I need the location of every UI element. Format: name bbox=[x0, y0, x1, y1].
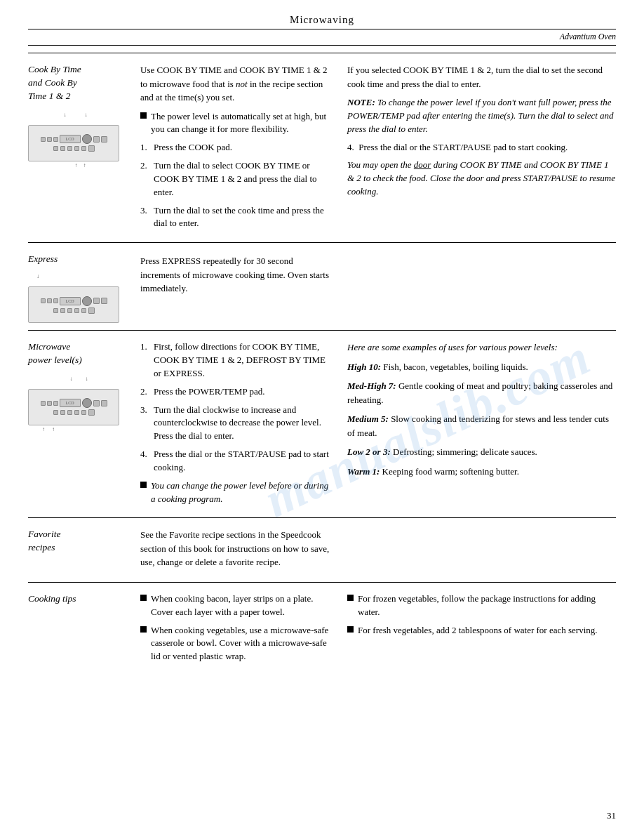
power-high: High 10: Fish, bacon, vegetables, boilin… bbox=[347, 360, 616, 374]
section-label-express: Express ↓ LCD bbox=[28, 253, 137, 323]
power-steps: 1.First, follow directions for COOK BY T… bbox=[140, 340, 331, 475]
step-text: Press the dial or the START/PAUSE pad to… bbox=[154, 448, 331, 475]
section-right-cook-by-time: If you selected COOK BY TIME 1 & 2, turn… bbox=[344, 63, 616, 235]
subtitle: Advantium Oven bbox=[28, 32, 616, 42]
cook-by-time-bullet: The power level is automatically set at … bbox=[140, 110, 331, 137]
tip-text-2: When cooking vegetables, use a microwave… bbox=[151, 624, 331, 664]
page-number: 31 bbox=[607, 810, 616, 821]
oven-diagram-1: LCD bbox=[28, 125, 119, 161]
favorite-text: See the Favorite recipe sections in the … bbox=[140, 528, 331, 569]
section-microwave-power: Microwavepower level(s) ↓ ↓ LCD bbox=[28, 330, 616, 517]
step-item: 1.First, follow directions for COOK BY T… bbox=[140, 340, 331, 380]
header-rule bbox=[28, 29, 616, 29]
step-text: Turn the dial to select COOK BY TIME or … bbox=[154, 159, 331, 199]
step-text: Turn the dial clockwise to increase and … bbox=[154, 404, 331, 444]
step-item: 1.Press the COOK pad. bbox=[140, 141, 331, 154]
bullet-icon bbox=[140, 482, 147, 488]
cook-by-time-label: Cook By Timeand Cook ByTime 1 & 2 bbox=[28, 63, 130, 103]
step-item: 2.Turn the dial to select COOK BY TIME o… bbox=[140, 159, 331, 199]
subtitle-rule bbox=[28, 45, 616, 46]
section-right-power: Here are some examples of uses for vario… bbox=[344, 340, 616, 510]
section-middle-favorite: See the Favorite recipe sections in the … bbox=[137, 528, 344, 575]
cook-by-time-note2: You may open the door during COOK BY TIM… bbox=[347, 159, 616, 199]
step-text: Press the COOK pad. bbox=[154, 141, 232, 154]
oven-diagram-power: LCD bbox=[28, 389, 119, 425]
section-label-tips: Cooking tips bbox=[28, 593, 137, 668]
bullet-icon bbox=[140, 626, 147, 633]
step-item: 2.Press the POWER/TEMP pad. bbox=[140, 385, 331, 399]
section-middle-cook-by-time: Use COOK BY TIME and COOK BY TIME 1 & 2 … bbox=[137, 63, 344, 235]
power-warm: Warm 1: Keeping food warm; softening but… bbox=[347, 465, 616, 479]
express-label: Express bbox=[28, 253, 130, 266]
tip-bullet-4: For fresh vegetables, add 2 tablespoons … bbox=[347, 624, 616, 637]
page: manualslib.com Microwaving Advantium Ove… bbox=[0, 0, 644, 834]
section-cook-by-time: Cook By Timeand Cook ByTime 1 & 2 ↓ ↓ LC… bbox=[28, 53, 616, 242]
tip-bullet-1: When cooking bacon, layer strips on a pl… bbox=[140, 593, 331, 619]
power-bullet-text: You can change the power level before or… bbox=[151, 479, 331, 506]
bullet-icon bbox=[347, 595, 354, 601]
power-medhigh: Med-High 7: Gentle cooking of meat and p… bbox=[347, 379, 616, 406]
bullet-icon bbox=[347, 626, 354, 633]
section-label-favorite: Favoriterecipes bbox=[28, 528, 137, 575]
section-middle-tips: When cooking bacon, layer strips on a pl… bbox=[137, 593, 344, 668]
cook-by-time-right-intro: If you selected COOK BY TIME 1 & 2, turn… bbox=[347, 63, 616, 91]
step-num: 2. bbox=[140, 159, 150, 199]
section-middle-express: Press EXPRESS repeatedly for 30 second i… bbox=[137, 253, 344, 323]
oven-diagram-express: LCD bbox=[28, 286, 119, 323]
section-right-express bbox=[344, 253, 616, 323]
tip-text-4: For fresh vegetables, add 2 tablespoons … bbox=[358, 624, 598, 637]
cook-by-time-step4: 4. Press the dial or the START/PAUSE pad… bbox=[347, 141, 616, 154]
page-title: Microwaving bbox=[28, 14, 616, 26]
step-text: First, follow directions for COOK BY TIM… bbox=[154, 340, 331, 380]
step-num: 3. bbox=[140, 404, 150, 444]
power-right-intro: Here are some examples of uses for vario… bbox=[347, 340, 616, 355]
section-label-cook-by-time: Cook By Timeand Cook ByTime 1 & 2 ↓ ↓ LC… bbox=[28, 63, 137, 235]
power-label-text: Microwavepower level(s) bbox=[28, 340, 130, 367]
tips-label: Cooking tips bbox=[28, 593, 130, 606]
cook-by-time-steps: 1.Press the COOK pad. 2.Turn the dial to… bbox=[140, 141, 331, 230]
section-cooking-tips: Cooking tips When cooking bacon, layer s… bbox=[28, 582, 616, 675]
section-right-favorite bbox=[344, 528, 616, 575]
cook-by-time-intro: Use COOK BY TIME and COOK BY TIME 1 & 2 … bbox=[140, 63, 331, 105]
step-num: 3. bbox=[140, 204, 150, 231]
step-num: 2. bbox=[140, 385, 150, 399]
section-express: Express ↓ LCD bbox=[28, 242, 616, 330]
cook-by-time-bullet-text: The power level is automatically set at … bbox=[151, 110, 331, 137]
section-label-power: Microwavepower level(s) ↓ ↓ LCD bbox=[28, 340, 137, 510]
step-text: Turn the dial to set the cook time and p… bbox=[154, 204, 331, 231]
tip-bullet-2: When cooking vegetables, use a microwave… bbox=[140, 624, 331, 664]
step-item: 3.Turn the dial to set the cook time and… bbox=[140, 204, 331, 231]
section-middle-power: 1.First, follow directions for COOK BY T… bbox=[137, 340, 344, 510]
step-num: 1. bbox=[140, 340, 150, 380]
step-num: 1. bbox=[140, 141, 150, 154]
section-right-tips: For frozen vegetables, follow the packag… bbox=[344, 593, 616, 668]
cook-by-time-note: NOTE: To change the power level if you d… bbox=[347, 96, 616, 136]
bullet-icon bbox=[140, 112, 147, 119]
favorite-label: Favoriterecipes bbox=[28, 528, 130, 555]
power-bullet: You can change the power level before or… bbox=[140, 479, 331, 506]
page-header: Microwaving Advantium Oven bbox=[28, 14, 616, 46]
express-text: Press EXPRESS repeatedly for 30 second i… bbox=[140, 254, 331, 296]
section-favorite-recipes: Favoriterecipes See the Favorite recipe … bbox=[28, 517, 616, 582]
step-item: 4.Press the dial or the START/PAUSE pad … bbox=[140, 448, 331, 475]
power-low: Low 2 or 3: Defrosting; simmering; delic… bbox=[347, 445, 616, 459]
tip-text-1: When cooking bacon, layer strips on a pl… bbox=[151, 593, 331, 619]
tip-text-3: For frozen vegetables, follow the packag… bbox=[358, 593, 616, 619]
step-text: Press the POWER/TEMP pad. bbox=[154, 385, 264, 399]
tip-bullet-3: For frozen vegetables, follow the packag… bbox=[347, 593, 616, 619]
power-medium: Medium 5: Slow cooking and tenderizing f… bbox=[347, 412, 616, 439]
step-num: 4. bbox=[140, 448, 150, 475]
bullet-icon bbox=[140, 595, 147, 601]
step-item: 3.Turn the dial clockwise to increase an… bbox=[140, 404, 331, 444]
